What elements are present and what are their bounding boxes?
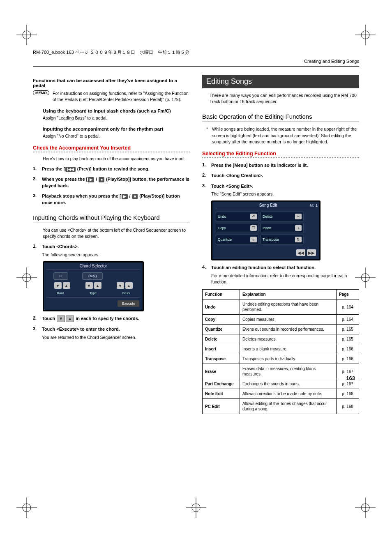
rhythm-only-body: Assign "No Chord" to a pedal. xyxy=(43,133,190,139)
cell-exp: Allows editing of the Tones changes that… xyxy=(240,399,337,414)
bass-up-icon[interactable]: ▲ xyxy=(125,282,133,289)
chords-step-1: 1. Touch <Chords>. xyxy=(33,244,190,250)
cell-fn: Note Edit xyxy=(203,389,240,399)
screenshot-title: Chord Selector xyxy=(46,264,141,268)
root-label: Root xyxy=(57,291,64,295)
asterisk-icon: * xyxy=(206,126,212,145)
undo-button[interactable]: Undo↶ xyxy=(216,212,259,221)
song-edit-nav: ◀◀ ▶▶ xyxy=(212,247,319,259)
cell-pg: p. 164 xyxy=(337,299,359,315)
quantize-button[interactable]: Quantize♪ xyxy=(216,235,259,244)
right-column: Editing Songs There are many ways you ca… xyxy=(202,75,359,414)
check-intro: Here's how to play back as much of the a… xyxy=(43,156,190,162)
screenshot-title-bar: Song Edit M: 1 xyxy=(212,202,319,209)
col-function: Function xyxy=(203,290,240,299)
insert-button[interactable]: Insert＋ xyxy=(261,223,304,233)
memo-text: For instructions on assigning functions,… xyxy=(53,90,190,103)
slash-chords-body: Assign "Leading Bass" to a pedal. xyxy=(43,115,190,121)
bass-down-icon[interactable]: ▼ xyxy=(117,282,124,289)
step-number: 3. xyxy=(33,193,42,206)
page-prev-icon[interactable]: ◀◀ xyxy=(296,249,305,256)
cell-exp: Exchanges the sounds in parts. xyxy=(240,379,337,389)
btn-label: Insert xyxy=(263,226,271,230)
song-edit-screenshot: Song Edit M: 1 Undo↶ Delete✂ Copy❐ Inser… xyxy=(211,200,321,260)
cell-exp: Transposes parts individually. xyxy=(240,354,337,364)
page-number: 163 xyxy=(346,375,355,381)
pedal-functions-heading: Functions that can be accessed after the… xyxy=(33,78,190,88)
cell-exp: Erases data in measures, creating blank … xyxy=(240,364,337,379)
down-arrow-icon: ▼ xyxy=(57,315,65,322)
functions-table: Function Explanation Page UndoUndoes edi… xyxy=(202,289,359,414)
step-text: Touch <Chords>. xyxy=(42,244,190,250)
measure-indicator: M: 1 xyxy=(310,203,318,207)
step-number: 2. xyxy=(33,315,42,322)
undo-icon: ↶ xyxy=(250,214,257,219)
step-text: Touch <Execute> to enter the chord. xyxy=(42,326,190,332)
check-step-3: 3. Playback stops when you press the [▶ … xyxy=(33,193,190,206)
stop-icon: ■ xyxy=(99,177,104,182)
copy-icon: ❐ xyxy=(250,225,257,231)
page-root: RM-700_e.book 163 ページ ２００９年３月１８日 水曜日 午前１… xyxy=(0,0,392,439)
copy-button[interactable]: Copy❐ xyxy=(216,223,259,233)
cell-pg: p. 165 xyxy=(337,334,359,344)
table-header-row: Function Explanation Page xyxy=(203,290,359,299)
step-number: 1. xyxy=(33,166,42,172)
transpose-button[interactable]: Transpose⇅ xyxy=(261,235,304,244)
chord-labels-row: Root Type Bass xyxy=(44,291,143,297)
table-row: Part ExchangeExchanges the sounds in par… xyxy=(203,379,359,389)
transpose-icon: ⇅ xyxy=(295,237,302,242)
type-label: Type xyxy=(90,291,97,295)
cell-exp: Allows corrections to be made note by no… xyxy=(240,389,337,399)
sel-step-3-body: The "Song Edit" screen appears. xyxy=(211,191,359,197)
screenshot-title: Song Edit xyxy=(226,203,310,207)
dotted-rule xyxy=(202,157,359,158)
step-number: 3. xyxy=(202,183,211,189)
play-icon: ▶ xyxy=(88,177,94,182)
table-row: EraseErases data in measures, creating b… xyxy=(203,364,359,379)
root-up-icon[interactable]: ▲ xyxy=(63,282,70,289)
step-text: Touch ▼▲ in each to specify the chords. xyxy=(42,315,190,322)
cell-exp: Copies measures xyxy=(240,315,337,325)
step2-prefix: When you press the [ xyxy=(42,177,88,182)
table-row: QuantizeEvens out sounds in recorded per… xyxy=(203,325,359,334)
page-next-icon[interactable]: ▶▶ xyxy=(307,249,316,256)
bass-label: Bass xyxy=(122,291,130,295)
execute-button[interactable]: Execute xyxy=(118,300,139,307)
type-up-icon[interactable]: ▲ xyxy=(94,282,101,289)
table-row: PC EditAllows editing of the Tones chang… xyxy=(203,399,359,414)
check-step-2: 2. When you press the [▶ / ■ (Play/Stop)… xyxy=(33,176,190,189)
cell-pg: p. 165 xyxy=(337,325,359,334)
table-row: InsertInserts a blank measure.p. 166 xyxy=(203,344,359,354)
sel-step-4: 4. Touch an editing function to select t… xyxy=(202,265,359,271)
root-value[interactable]: C xyxy=(53,272,69,280)
running-head: RM-700_e.book 163 ページ ２００９年３月１８日 水曜日 午前１… xyxy=(33,49,359,55)
root-down-icon[interactable]: ▼ xyxy=(54,282,62,289)
selecting-function-heading: Selecting the Editing Function xyxy=(202,151,359,157)
crop-mark-icon xyxy=(16,267,37,288)
step1-prefix: Press the [ xyxy=(42,166,65,171)
screenshot-title-bar: Chord Selector xyxy=(44,263,143,269)
chords-step-3: 3. Touch <Execute> to enter the chord. xyxy=(33,326,190,332)
step3-prefix: Playback stops when you press the [ xyxy=(42,193,121,198)
sel-step-2: 2. Touch <Song Creation>. xyxy=(202,173,359,179)
type-value[interactable]: (Maj) xyxy=(82,272,103,280)
measure-label: M: xyxy=(310,203,314,207)
step-text: Press the [|◀◀ (Prev)] button to rewind … xyxy=(42,166,190,172)
type-down-icon[interactable]: ▼ xyxy=(85,282,93,289)
col-explanation: Explanation xyxy=(240,290,337,299)
table-row: DeleteDeletes measures.p. 165 xyxy=(203,334,359,344)
check-accompaniment-heading: Check the Accompaniment You Inserted xyxy=(33,145,190,151)
cell-pg: p. 168 xyxy=(337,399,359,414)
step-text: Press the [Menu] button so its indicator… xyxy=(211,162,359,168)
chord-arrows-row: ▼▲ ▼▲ ▼▲ xyxy=(44,282,143,291)
table-row: Note EditAllows corrections to be made n… xyxy=(203,389,359,399)
crop-mark-icon xyxy=(355,267,376,288)
stop-icon: ■ xyxy=(132,194,138,199)
insert-icon: ＋ xyxy=(295,225,302,231)
crop-mark-icon xyxy=(16,497,37,518)
cell-fn: Transpose xyxy=(203,354,240,364)
delete-button[interactable]: Delete✂ xyxy=(261,212,304,221)
loading-note-text: While songs are being loaded, the measur… xyxy=(212,126,359,145)
crop-mark-icon xyxy=(16,25,37,45)
cell-exp: Undoes editing operations that have been… xyxy=(240,299,337,315)
